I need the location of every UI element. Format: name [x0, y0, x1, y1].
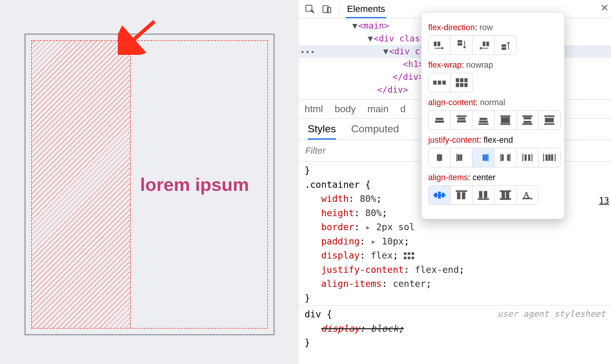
- styles-filter-input[interactable]: [299, 140, 428, 161]
- align-items-baseline-icon[interactable]: A: [516, 186, 538, 205]
- toolbar-separator: [339, 3, 339, 15]
- align-items-options: A: [428, 185, 539, 205]
- flex-direction-column-icon[interactable]: [450, 36, 472, 55]
- align-content-start-icon[interactable]: [450, 111, 472, 130]
- align-content-around-icon[interactable]: [538, 111, 560, 130]
- svg-rect-24: [456, 83, 459, 87]
- svg-rect-18: [433, 81, 436, 84]
- svg-rect-31: [457, 120, 466, 122]
- svg-rect-72: [457, 192, 460, 199]
- svg-rect-43: [545, 118, 554, 122]
- svg-rect-29: [457, 116, 466, 117]
- flex-wrap-wrap-icon[interactable]: [450, 73, 472, 92]
- devtools-panel: Elements ▼<main> ▼<div class=" ▼<div cla…: [299, 0, 611, 364]
- align-content-end-icon[interactable]: [472, 111, 494, 130]
- justify-content-evenly-icon[interactable]: [538, 148, 560, 167]
- svg-rect-15: [486, 42, 489, 46]
- align-items-end-icon[interactable]: [472, 186, 494, 205]
- svg-rect-76: [478, 198, 489, 200]
- svg-rect-82: [522, 198, 532, 199]
- svg-rect-58: [522, 154, 523, 161]
- svg-rect-78: [502, 192, 505, 198]
- svg-rect-16: [502, 45, 506, 47]
- svg-rect-26: [465, 83, 468, 87]
- align-content-stretch-icon[interactable]: [494, 111, 516, 130]
- svg-rect-48: [457, 154, 457, 161]
- svg-rect-25: [460, 83, 463, 87]
- svg-rect-80: [500, 198, 511, 200]
- svg-rect-10: [434, 42, 436, 46]
- svg-rect-5: [408, 252, 410, 255]
- align-items-stretch-icon[interactable]: [494, 186, 516, 205]
- svg-rect-77: [500, 191, 511, 192]
- svg-rect-46: [439, 154, 440, 161]
- breadcrumb-item[interactable]: main: [367, 103, 389, 115]
- svg-rect-20: [443, 81, 446, 84]
- svg-rect-64: [548, 155, 550, 161]
- svg-line-0: [129, 21, 154, 44]
- svg-rect-79: [506, 192, 509, 198]
- justify-content-between-icon[interactable]: [494, 148, 516, 167]
- elements-tab[interactable]: Elements: [346, 0, 386, 18]
- flex-wrap-nowrap-icon[interactable]: [428, 73, 450, 92]
- preview-dashed-outline: lorem ipsum: [31, 40, 268, 329]
- align-items-center-icon[interactable]: [428, 186, 450, 205]
- flex-direction-options: [428, 35, 517, 55]
- svg-rect-30: [458, 118, 465, 120]
- justify-content-center-icon[interactable]: [428, 148, 450, 167]
- svg-rect-7: [404, 257, 407, 259]
- flex-direction-row-reverse-icon[interactable]: [472, 36, 494, 55]
- svg-rect-11: [438, 42, 440, 46]
- svg-rect-56: [507, 155, 509, 161]
- svg-rect-62: [543, 154, 544, 161]
- svg-rect-66: [555, 154, 555, 161]
- svg-rect-8: [408, 257, 410, 259]
- justify-content-around-icon[interactable]: [516, 148, 538, 167]
- svg-rect-65: [551, 155, 553, 161]
- svg-rect-47: [440, 155, 442, 161]
- svg-rect-12: [458, 40, 462, 42]
- svg-rect-42: [544, 116, 554, 117]
- svg-rect-23: [465, 78, 468, 82]
- tab-computed[interactable]: Computed: [351, 123, 399, 140]
- svg-rect-34: [479, 123, 488, 125]
- preview-container: lorem ipsum: [24, 34, 275, 335]
- close-icon[interactable]: [600, 3, 609, 12]
- flex-wrap-options: [428, 73, 473, 92]
- svg-rect-50: [460, 155, 462, 161]
- svg-rect-9: [412, 257, 414, 259]
- breadcrumb-item[interactable]: body: [334, 103, 356, 115]
- svg-rect-37: [501, 123, 510, 125]
- justify-content-end-icon[interactable]: [472, 148, 494, 167]
- svg-rect-14: [483, 42, 485, 46]
- svg-rect-73: [462, 192, 465, 199]
- source-line-link[interactable]: 13: [599, 196, 609, 206]
- css-rule-ua: user agent stylesheetdiv { display: bloc…: [299, 305, 611, 350]
- tab-styles[interactable]: Styles: [308, 123, 336, 140]
- align-content-center-icon[interactable]: [428, 111, 450, 130]
- svg-rect-21: [456, 78, 459, 82]
- breadcrumb-item[interactable]: d: [400, 103, 406, 115]
- svg-rect-36: [501, 117, 510, 123]
- preview-flex-space-overlay: [32, 41, 131, 328]
- device-toolbar-icon[interactable]: [322, 4, 332, 14]
- flex-direction-column-reverse-icon[interactable]: [494, 36, 516, 55]
- breadcrumb-item[interactable]: html: [305, 103, 323, 115]
- align-content-between-icon[interactable]: [516, 111, 538, 130]
- svg-rect-53: [488, 154, 488, 161]
- justify-content-start-icon[interactable]: [450, 148, 472, 167]
- inspect-element-icon[interactable]: [305, 4, 315, 14]
- flexbox-editor-popover: flex-direction: row flex-wrap: nowrap al…: [421, 12, 565, 219]
- svg-rect-38: [522, 116, 532, 117]
- flex-direction-row-icon[interactable]: [428, 36, 450, 55]
- preview-heading: lorem ipsum: [140, 174, 249, 195]
- flexbox-editor-icon[interactable]: [404, 252, 414, 259]
- svg-rect-6: [412, 252, 414, 255]
- align-items-start-icon[interactable]: [450, 186, 472, 205]
- svg-rect-13: [458, 43, 462, 45]
- svg-rect-71: [456, 191, 467, 192]
- svg-rect-52: [485, 155, 487, 161]
- svg-rect-44: [544, 123, 554, 125]
- svg-rect-35: [501, 116, 510, 117]
- svg-rect-17: [502, 48, 506, 50]
